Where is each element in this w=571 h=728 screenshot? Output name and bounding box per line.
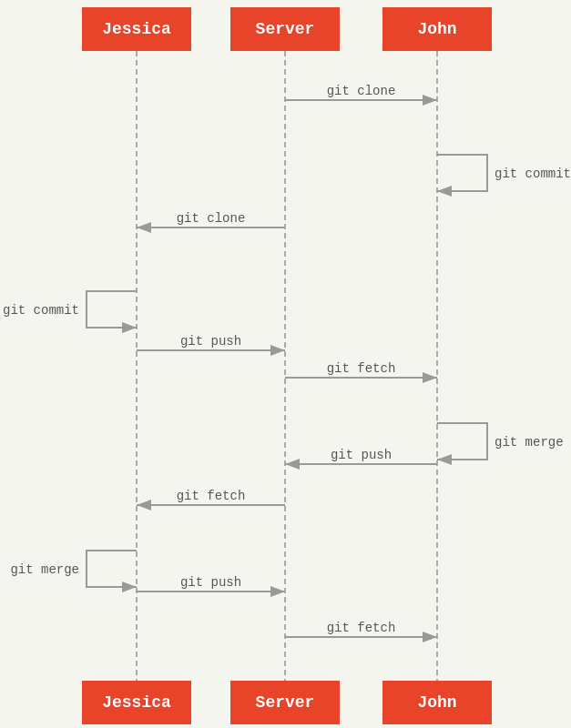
actor-jessica-top: Jessica: [82, 7, 191, 51]
svg-text:git push: git push: [180, 334, 241, 349]
svg-text:git merge: git merge: [495, 435, 564, 450]
svg-text:git merge: git merge: [10, 562, 79, 577]
actor-john-top: John: [382, 7, 492, 51]
svg-text:git fetch: git fetch: [327, 361, 396, 376]
actor-server-bottom: Server: [230, 681, 340, 724]
actor-john-bottom: John: [382, 681, 492, 724]
svg-text:git clone: git clone: [177, 211, 246, 226]
svg-text:git push: git push: [331, 448, 392, 462]
svg-text:git push: git push: [180, 575, 241, 590]
svg-text:git fetch: git fetch: [327, 621, 396, 635]
svg-text:git commit: git commit: [495, 167, 571, 181]
actor-jessica-bottom: Jessica: [82, 681, 191, 724]
actor-server-top: Server: [230, 7, 340, 51]
sequence-diagram: git clonegit commitgit clonegit commitgi…: [0, 0, 571, 728]
svg-text:git clone: git clone: [327, 84, 396, 98]
svg-text:git fetch: git fetch: [177, 489, 246, 503]
svg-text:git commit: git commit: [3, 303, 79, 318]
